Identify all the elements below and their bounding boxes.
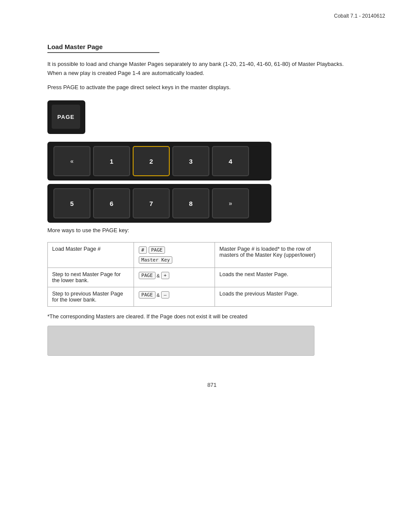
table-cell-desc-3: Loads the previous Master Page. — [215, 287, 332, 307]
page-number: 871 — [47, 382, 377, 388]
ampersand-1: & — [157, 273, 160, 278]
key-row-2: 5 6 7 8 » — [47, 184, 271, 223]
key-2-active: 2 — [133, 146, 170, 176]
key-4: 4 — [212, 146, 249, 176]
key-badge-page2: PAGE — [139, 272, 156, 279]
key-3: 3 — [172, 146, 209, 176]
ampersand-2: & — [157, 292, 160, 298]
key-badge-masterkey: Master Key — [139, 256, 172, 264]
key-6: 6 — [93, 188, 130, 218]
key-7: 7 — [133, 188, 170, 218]
key-badge-minus: – — [161, 291, 169, 299]
table-cell-desc-1: Master Page # is loaded* to the row of m… — [215, 243, 332, 268]
note-text: *The corresponding Masters are cleared. … — [47, 314, 332, 320]
table-cell-keys-1: # PAGE Master Key — [134, 243, 215, 268]
table-cell-action-2: Step to next Master Page for the lower b… — [48, 268, 134, 287]
key-prev: « — [53, 146, 90, 176]
page-button-label: PAGE — [52, 105, 80, 129]
grey-box — [47, 326, 314, 356]
table-cell-desc-2: Loads the next Master Page. — [215, 268, 332, 287]
page-button-image: PAGE — [47, 100, 377, 134]
intro-text: It is possible to load and change Master… — [47, 60, 349, 78]
more-ways-label: More ways to use the PAGE key: — [47, 226, 349, 235]
table-cell-keys-3: PAGE & – — [134, 287, 215, 307]
table-cell-action-3: Step to previous Master Page for the low… — [48, 287, 134, 307]
key-row-1: « 1 2 3 4 — [47, 142, 271, 180]
key-badge-page1: PAGE — [149, 246, 165, 254]
table-row: Step to next Master Page for the lower b… — [48, 268, 332, 287]
key-8: 8 — [172, 188, 209, 218]
table-row: Load Master Page # # PAGE Master Key Mas… — [48, 243, 332, 268]
key-next: » — [212, 188, 249, 218]
table-cell-keys-2: PAGE & + — [134, 268, 215, 287]
key-badge-plus: + — [161, 272, 169, 279]
version-label: Cobalt 7.1 - 20140612 — [334, 13, 385, 19]
table-cell-action-1: Load Master Page # — [48, 243, 134, 268]
key-1: 1 — [93, 146, 130, 176]
key-badge-hash: # — [139, 246, 147, 254]
press-text: Press PAGE to activate the page direct s… — [47, 83, 349, 92]
key-badge-page3: PAGE — [139, 291, 156, 299]
info-table: Load Master Page # # PAGE Master Key Mas… — [47, 242, 332, 307]
section-title: Load Master Page — [47, 43, 159, 53]
key-5: 5 — [53, 188, 90, 218]
table-row: Step to previous Master Page for the low… — [48, 287, 332, 307]
